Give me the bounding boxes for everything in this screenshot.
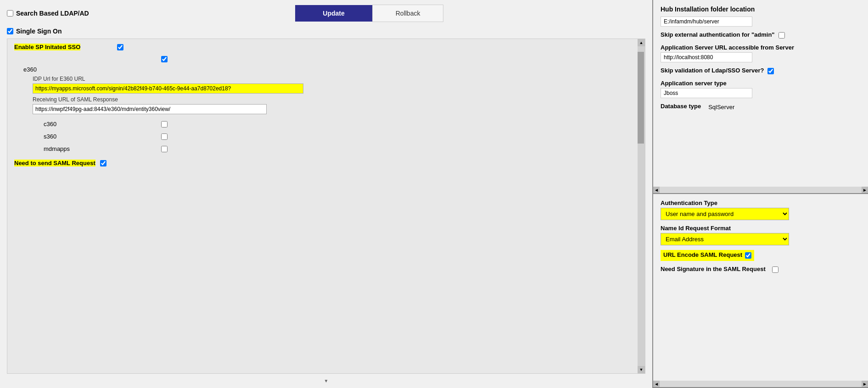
app-server-type-field: Application server type	[661, 80, 861, 98]
need-sig-checkbox[interactable]	[772, 266, 778, 273]
scroll-thumb[interactable]	[638, 52, 644, 144]
h-scroll-right-arrow[interactable]: ▶	[862, 187, 868, 193]
sso-checkbox[interactable]	[7, 28, 13, 34]
url-encode-label: URL Encode SAML Request	[663, 251, 742, 258]
s360-row: s360	[23, 133, 631, 140]
mdmapps-row: mdmapps	[23, 145, 631, 152]
bottom-panel-h-scrollbar[interactable]: ◀ ▶	[653, 381, 868, 387]
folder-field	[661, 17, 861, 27]
c360-row: c360	[23, 121, 631, 127]
sso-scroll-content[interactable]: Enable SP Initated SSO e360 IDP Url for …	[7, 39, 638, 323]
db-type-label: Database type	[661, 103, 701, 110]
folder-input[interactable]	[661, 17, 752, 27]
scroll-down-arrow[interactable]: ▼	[638, 366, 645, 373]
s360-label: s360	[44, 133, 56, 140]
vertical-scrollbar[interactable]: ▲ ▼	[638, 39, 645, 373]
e360-checkbox[interactable]	[161, 56, 168, 62]
enable-sp-label: Enable SP Initated SSO	[14, 44, 80, 50]
right-panels: Hub Installation folder location Skip ex…	[652, 0, 868, 388]
sso-header: Single Sign On	[7, 28, 645, 35]
e360-block: e360 IDP Url for E360 URL Receiving URL …	[23, 56, 631, 114]
search-ldap-checkbox[interactable]	[7, 10, 13, 17]
update-button[interactable]: Update	[295, 5, 372, 22]
right-panel-bottom: Authentication Type User name and passwo…	[653, 194, 868, 388]
skip-external-checkbox[interactable]	[778, 32, 785, 39]
bottom-h-scroll-left-arrow[interactable]: ◀	[653, 381, 660, 387]
need-sig-label: Need Signature in the SAML Request	[661, 266, 766, 272]
scroll-up-arrow[interactable]: ▲	[638, 39, 645, 46]
scroll-track[interactable]	[638, 46, 645, 366]
action-buttons: Update Rollback	[94, 5, 645, 22]
app-server-type-label: Application server type	[661, 80, 861, 87]
skip-external-row: Skip external authentication for "admin"	[661, 31, 861, 39]
left-panel: Search Based LDAP/AD Update Rollback Sin…	[0, 0, 652, 388]
db-type-value: SqlServer	[708, 104, 734, 111]
e360-fields: IDP Url for E360 URL Receiving URL of SA…	[33, 76, 631, 114]
bottom-scroll-arrow: ▼	[7, 378, 645, 383]
c360-label: c360	[44, 121, 56, 127]
bottom-h-scroll-right-arrow[interactable]: ▶	[862, 381, 868, 387]
enable-sp-row: Enable SP Initated SSO	[14, 44, 631, 50]
search-ldap-label: Search Based LDAP/AD	[16, 10, 89, 17]
app-server-type-input[interactable]	[661, 88, 752, 98]
top-panel-h-scrollbar[interactable]: ◀ ▶	[653, 187, 868, 193]
mdmapps-checkbox[interactable]	[161, 146, 168, 152]
need-saml-label: Need to send SAML Request	[14, 160, 95, 166]
need-saml-checkbox[interactable]	[100, 160, 106, 166]
hub-folder-title: Hub Installation folder location	[661, 6, 861, 13]
sso-scroll-container: Enable SP Initated SSO e360 IDP Url for …	[7, 39, 645, 374]
search-ldap-section: Search Based LDAP/AD	[7, 10, 89, 17]
sso-label: Single Sign On	[16, 28, 62, 35]
idp-url-input[interactable]	[33, 83, 303, 94]
enable-sp-checkbox[interactable]	[117, 44, 123, 50]
rollback-button[interactable]: Rollback	[372, 5, 444, 22]
name-id-field: Name Id Request Format Email Address Uns…	[661, 225, 861, 245]
url-encode-row: URL Encode SAML Request	[661, 250, 754, 261]
skip-validation-row: Skip validation of Ldap/SSO Server?	[661, 67, 861, 75]
auth-type-select[interactable]: User name and password Kerberos SAML	[661, 208, 789, 220]
auth-type-label: Authentication Type	[661, 200, 861, 206]
skip-validation-label: Skip validation of Ldap/SSO Server?	[661, 67, 764, 74]
idp-url-label: IDP Url for E360 URL	[33, 76, 631, 82]
need-sig-row: Need Signature in the SAML Request	[661, 266, 861, 274]
url-encode-checkbox[interactable]	[745, 252, 751, 259]
top-bar: Search Based LDAP/AD Update Rollback	[7, 5, 645, 22]
app-server-url-label: Application Server URL accessible from S…	[661, 44, 861, 51]
c360-checkbox[interactable]	[161, 121, 168, 127]
url-encode-field: URL Encode SAML Request	[661, 250, 861, 261]
name-id-select[interactable]: Email Address Unspecified Persistent	[661, 233, 789, 245]
skip-external-label: Skip external authentication for "admin"	[661, 31, 775, 38]
e360-label: e360	[23, 66, 631, 73]
h-scroll-left-arrow[interactable]: ◀	[653, 187, 660, 193]
app-server-url-field: Application Server URL accessible from S…	[661, 44, 861, 62]
app-server-url-input[interactable]	[661, 52, 752, 62]
skip-validation-checkbox[interactable]	[767, 68, 774, 74]
right-panel-top: Hub Installation folder location Skip ex…	[653, 0, 868, 194]
mdmapps-label: mdmapps	[44, 145, 70, 152]
receiving-url-input[interactable]	[33, 104, 267, 114]
db-type-field: Database type SqlServer	[661, 103, 861, 111]
need-saml-row: Need to send SAML Request	[14, 160, 631, 166]
name-id-label: Name Id Request Format	[661, 225, 861, 232]
receiving-url-label: Receiving URL of SAML Response	[33, 96, 631, 103]
s360-checkbox[interactable]	[161, 133, 168, 140]
auth-type-field: Authentication Type User name and passwo…	[661, 200, 861, 220]
